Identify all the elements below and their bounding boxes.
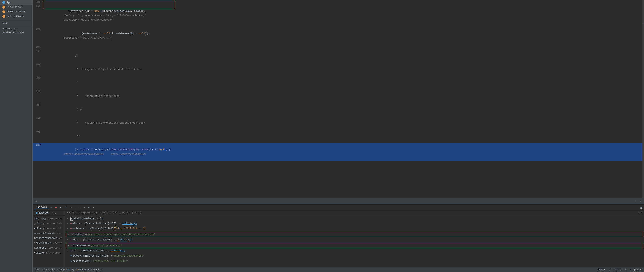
pause-button[interactable]: ⏸ (64, 205, 68, 209)
indent: 4 spaces (630, 268, 642, 271)
tree-item-factory[interactable]: ▶ ≡ factory = "org.apache.tomcat.jdbc.po… (66, 232, 643, 237)
tree-icon-codebases0: ∞ (70, 260, 72, 263)
tree-text-attrs: attrs = {BasicAttributes@1186} ... (72, 222, 122, 226)
filter-button[interactable]: ≡ (52, 212, 54, 215)
tree-link-attr[interactable]: toString() (118, 238, 132, 242)
var-prefix-3: mponentContext (34, 232, 56, 235)
tree-value-factory: "org.apache.tomcat.jdbc.pool.DataSourceF… (87, 233, 156, 237)
console-tab[interactable]: Console (34, 205, 48, 209)
tree-link-attrs[interactable]: toString() (122, 222, 137, 226)
rerun-button[interactable]: ↺ (50, 205, 53, 209)
line-num-393: 393 (32, 27, 43, 31)
breadcrumb-ldap: ldap (59, 268, 65, 271)
var-item-3[interactable]: mponentContext (com.s... (32, 231, 65, 236)
add-watch-icon[interactable]: ⊕ (638, 211, 639, 214)
code-view: 391 392 Reference ref = new Reference(cl… (32, 0, 644, 198)
step-over-button[interactable]: ↷ (69, 205, 72, 209)
sidebar-item-app[interactable]: App (0, 0, 32, 5)
panel-expand-button[interactable]: ⤢ (638, 199, 642, 203)
tree-link-ref[interactable]: toString() (111, 249, 125, 253)
var-prefix-4: CompositeContext (34, 237, 59, 240)
tree-item-codebases[interactable]: ▶ ⊙ codebases = {String[1]@1209} ["http:… (65, 226, 644, 231)
line-num-401: 401 (32, 130, 43, 134)
debug-right-panel: ⊕ ⚙ ▶ S static members of Obj (65, 210, 644, 267)
tree-item-attrs[interactable]: ▶ ⊙ attrs = {BasicAttributes@1186} ... t… (65, 221, 644, 226)
code-line-401: 401 */ (32, 130, 644, 143)
scroll-marker-red (642, 24, 644, 24)
grid-view-button[interactable]: ▦ (640, 205, 642, 209)
jrmpl-icon (2, 10, 5, 13)
var-item-6[interactable]: LContext (com.sun.jndi... (32, 246, 65, 251)
var-item-2[interactable]: apCtx (com.sun.jndi.lda... (32, 226, 65, 231)
line-num-391: 391 (32, 0, 43, 4)
line-num-395: 395 (32, 49, 43, 54)
panel-close-button[interactable]: × (34, 199, 38, 203)
more-options-button[interactable]: ⋯ (92, 205, 95, 209)
var-item-0[interactable]: 402, Obj (com.sun.jndi. (32, 216, 65, 221)
var-item-4[interactable]: CompositeContext (cor... (32, 236, 65, 241)
var-item-7[interactable]: Context (javax.naming... (32, 251, 65, 255)
tree-value-javaref: "javaReferenceAddress" (112, 254, 144, 258)
sidebar-item-reflections[interactable]: Reflections (0, 14, 32, 19)
mute-breakpoints-button[interactable]: ∅ (88, 205, 91, 209)
step-out-button[interactable]: ↑ (78, 205, 82, 209)
eval-bar: ⊕ ⚙ (65, 210, 644, 215)
hint-codebases: codebases: ["http://127.0.0...."] (64, 37, 113, 39)
view-breakpoints-button[interactable]: ⊙ (83, 205, 86, 209)
tree-item-classname[interactable]: ▶ ≡ className = "javax.sql.DataSource" (66, 243, 643, 248)
panel-more-button[interactable]: ⋮ (633, 199, 638, 203)
tree-item-codebases0[interactable]: ∞ codebases[0] = "http://127.0.0.1:8001/… (65, 259, 644, 264)
sidebar-ed-test-sources: ed-test-sources (0, 31, 32, 34)
tree-icon-codebases: ⊙ (70, 227, 72, 231)
tree-text-static: static members of Obj (74, 217, 104, 221)
debug-tree: ▶ S static members of Obj ▶ ⊙ attrs = {B… (65, 215, 644, 267)
filter-chevron[interactable]: ⌄ (54, 212, 56, 215)
sidebar-label-app: App (6, 1, 11, 4)
tree-text-attr: attr = {LdapAttribute@1226} ... (72, 238, 118, 242)
sidebar-item-hibernate1[interactable]: Hibernate1 (0, 5, 32, 9)
tree-item-static[interactable]: ▶ S static members of Obj (65, 216, 644, 221)
var-item-5[interactable]: icURLContext (com.sur... (32, 241, 65, 246)
var-suffix-1: (com.sun.jndi.ldap. (43, 222, 65, 225)
line-content-397: * (43, 76, 644, 89)
code-line-398: 398 * #posn#<type>#<address> (32, 89, 644, 103)
var-suffix-6: (com.sun.jndi... (48, 247, 65, 250)
running-header: RUNNING ≡ ⌄ (32, 210, 65, 216)
tree-item-ref[interactable]: ▶ ≡ ref = {Reference@1228} ... toString(… (65, 249, 644, 254)
tree-item-javaref[interactable]: ∞ JAVA_ATTRIBUTES[REF_ADDR] = "javaRefer… (65, 254, 644, 259)
breadcrumb-method: decodeReference (79, 268, 101, 271)
line-content-399: * or (43, 103, 644, 116)
sidebar-item-jrmpl[interactable]: JRMPListener (0, 9, 32, 14)
tree-item-attr[interactable]: ▶ ≡ attr = {LdapAttribute@1226} ... toSt… (65, 238, 644, 243)
step-into-button[interactable]: ↓ (74, 205, 77, 209)
stop-button[interactable]: ■ (54, 205, 58, 209)
tree-arrow-codebases: ▶ (67, 227, 69, 231)
breadcrumb-com: com (35, 268, 40, 271)
var-item-1[interactable]: , Obj (com.sun.jndi.ldap. (32, 221, 65, 226)
line-content-398: * #posn#<type>#<address> (43, 89, 644, 103)
tree-value-classname: "javax.sql.DataSource" (90, 244, 122, 248)
settings-icon[interactable]: ⚙ (641, 211, 642, 214)
tree-icon-attrs: ⊙ (70, 222, 72, 226)
tree-value-codebases0: "http://127.0.0.1:8001/" (93, 260, 128, 263)
code-line-393: 393 (codebases != null ? codebases[0] : … (32, 27, 644, 45)
line-ending: LF (608, 268, 611, 271)
code-line-392: 392 Reference ref = new Reference(classN… (32, 4, 644, 27)
line-num-394: 394 (32, 45, 43, 49)
play-button[interactable]: ▶ (59, 205, 62, 209)
code-line-395: 395 /* (32, 49, 644, 63)
tree-text-codebases: codebases = {String[1]@1209} (72, 227, 114, 231)
line-num-392: 392 (32, 4, 43, 9)
sidebar-label-hibernate1: Hibernate1 (6, 5, 22, 8)
sidebar-label-jrmpl: JRMPListener (6, 10, 26, 13)
code-line-400: 400 * #posn#<type>##<base64-encoded addr… (32, 116, 644, 130)
tree-arrow-attrs: ▶ (67, 222, 69, 226)
panel-topbar: × ⋮ ⤢ (32, 198, 644, 204)
eval-input[interactable] (67, 211, 638, 214)
line-num-400: 400 (32, 116, 43, 121)
line-content-395: /* (43, 49, 644, 63)
scrollbar-track[interactable] (642, 0, 644, 198)
var-suffix-5: (com.sur... (53, 242, 65, 245)
tree-text-factory: factory = (74, 233, 87, 237)
breadcrumb-obj: Obj (70, 268, 74, 271)
